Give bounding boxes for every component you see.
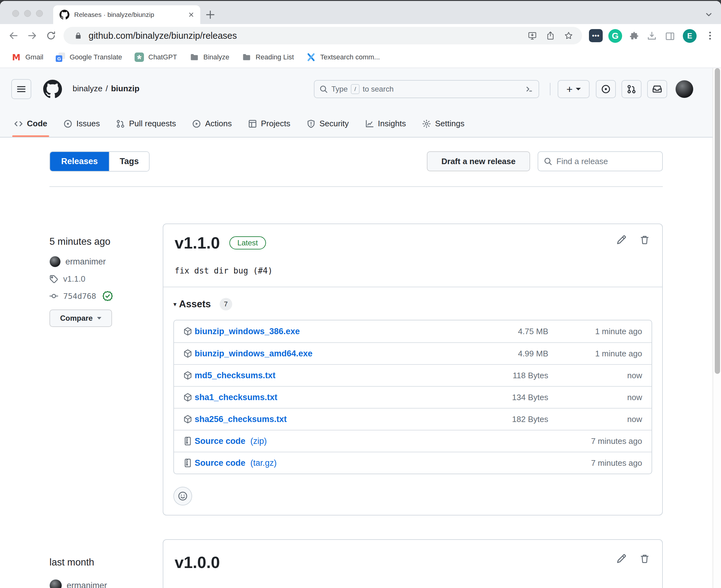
tab-search-chevron-icon[interactable] [703, 9, 714, 20]
tab-projects[interactable]: Projects [248, 110, 291, 137]
asset-suffix[interactable]: (tar.gz) [251, 458, 277, 468]
browser-profile-avatar[interactable]: E [683, 29, 697, 43]
github-search-box[interactable]: Type / to search [314, 80, 539, 98]
bookmark-google-translate[interactable]: G Google Translate [56, 52, 122, 62]
forward-button[interactable] [27, 30, 38, 41]
release-card: v1.1.0 Latest fix dst dir bug (#4) ▾ Ass… [163, 224, 663, 516]
git-pull-request-icon [627, 84, 636, 94]
add-reaction-button[interactable] [173, 487, 192, 505]
git-commit-icon [49, 292, 58, 300]
github-logo-icon[interactable] [43, 80, 62, 99]
downloads-icon[interactable] [646, 31, 657, 42]
zoom-window-button[interactable] [36, 10, 43, 17]
asset-link[interactable]: md5_checksums.txt [195, 371, 275, 380]
find-release-input[interactable] [556, 156, 657, 166]
breadcrumb-repo[interactable]: biunzip [111, 84, 140, 93]
commit-sha[interactable]: 754d768 [63, 292, 96, 301]
chatgpt-icon: * [135, 52, 144, 62]
chevron-down-icon [576, 88, 581, 90]
issues-dashboard-button[interactable] [596, 80, 616, 98]
tab-label: Issues [76, 119, 100, 128]
asset-time: 7 minutes ago [548, 436, 642, 446]
extensions-puzzle-icon[interactable] [629, 31, 640, 42]
bookmark-chatgpt[interactable]: * ChatGPT [135, 52, 177, 62]
edit-release-icon[interactable] [617, 235, 626, 245]
asset-link[interactable]: Source code [195, 458, 245, 468]
page-scrollbar-track[interactable] [713, 68, 721, 588]
bookmark-gmail[interactable]: M Gmail [12, 52, 43, 62]
author-name[interactable]: ermanimer [65, 257, 106, 267]
new-tab-button[interactable] [204, 8, 217, 21]
tab-code[interactable]: Code [14, 110, 47, 137]
side-panel-icon[interactable] [665, 31, 675, 42]
asset-link[interactable]: biunzip_windows_386.exe [195, 327, 300, 336]
tab-security[interactable]: Security [307, 110, 349, 137]
bookmark-folder-binalyze[interactable]: Binalyze [189, 52, 229, 62]
page-scrollbar-thumb[interactable] [715, 68, 720, 374]
create-new-button[interactable]: + [558, 80, 589, 98]
tab-pull-requests[interactable]: Pull requests [116, 110, 176, 137]
install-app-icon[interactable] [527, 31, 537, 40]
release-author[interactable]: ermanimer [49, 256, 163, 267]
tab-actions[interactable]: Actions [192, 110, 232, 137]
repo-nav: Code Issues Pull requests Actions Projec… [0, 110, 721, 138]
asset-link[interactable]: sha1_checksums.txt [195, 393, 277, 402]
hamburger-icon [17, 84, 26, 94]
bookmark-folder-reading-list[interactable]: Reading List [242, 52, 294, 62]
tab-insights[interactable]: Insights [365, 110, 406, 137]
asset-suffix[interactable]: (zip) [251, 436, 267, 446]
browser-window: Releases · binalyze/biunzip github.com/b… [0, 1, 721, 588]
delete-release-icon[interactable] [640, 553, 650, 564]
release-card: v1.0.0 [163, 539, 663, 588]
browser-menu-kebab-icon[interactable] [705, 30, 715, 41]
collapse-triangle-icon[interactable]: ▾ [173, 300, 177, 308]
find-release-search[interactable] [538, 151, 663, 171]
release-author[interactable]: ermanimer [49, 579, 163, 588]
browser-tab[interactable]: Releases · binalyze/biunzip [53, 5, 200, 24]
package-icon [183, 393, 192, 402]
tab-close-icon[interactable] [187, 10, 195, 19]
inbox-button[interactable] [647, 80, 667, 98]
releases-toggle-button[interactable]: Releases [50, 152, 109, 171]
command-palette-icon[interactable] [524, 84, 534, 94]
address-bar[interactable]: github.com/binalyze/biunzip/releases [63, 27, 582, 44]
search-icon [320, 85, 328, 93]
asset-link[interactable]: Source code [195, 436, 245, 446]
minimize-window-button[interactable] [24, 10, 31, 17]
chevron-down-icon [97, 317, 101, 319]
grammarly-extension-icon[interactable]: G [608, 29, 622, 43]
user-avatar[interactable] [675, 80, 694, 98]
compare-button[interactable]: Compare [49, 310, 112, 327]
tab-label: Security [320, 119, 349, 128]
author-name[interactable]: ermanimer [67, 581, 107, 588]
share-icon[interactable] [546, 31, 555, 40]
tags-toggle-button[interactable]: Tags [109, 152, 149, 171]
tab-issues[interactable]: Issues [63, 110, 100, 137]
assets-header[interactable]: ▾ Assets 7 [173, 298, 652, 310]
asset-time: 1 minute ago [548, 349, 642, 359]
asset-link[interactable]: sha256_checksums.txt [195, 415, 287, 424]
author-avatar[interactable] [49, 256, 61, 267]
tab-settings[interactable]: Settings [422, 110, 464, 137]
tag-row[interactable]: v1.1.0 [49, 274, 163, 284]
breadcrumb-owner[interactable]: binalyze [73, 84, 102, 93]
asset-link[interactable]: biunzip_windows_amd64.exe [195, 349, 313, 359]
pull-requests-dashboard-button[interactable] [621, 80, 642, 98]
release-title[interactable]: v1.0.0 [175, 553, 220, 572]
draft-new-release-button[interactable]: Draft a new release [427, 151, 530, 171]
release-title[interactable]: v1.1.0 [175, 233, 220, 252]
delete-release-icon[interactable] [640, 235, 650, 245]
reload-button[interactable] [46, 30, 56, 41]
edit-release-icon[interactable] [617, 553, 626, 564]
back-button[interactable] [8, 30, 19, 41]
url-text: github.com/binalyze/biunzip/releases [88, 30, 527, 41]
author-avatar[interactable] [49, 579, 62, 588]
close-window-button[interactable] [12, 10, 19, 17]
bookmark-textsearch[interactable]: Textsearch comm... [306, 52, 380, 62]
commit-row[interactable]: 754d768 [49, 291, 163, 301]
verified-icon[interactable] [102, 291, 113, 301]
inbox-icon [653, 84, 662, 94]
password-manager-extension-icon[interactable]: ••• [589, 29, 603, 42]
global-nav-menu-button[interactable] [11, 79, 31, 99]
bookmark-star-icon[interactable] [564, 31, 573, 40]
